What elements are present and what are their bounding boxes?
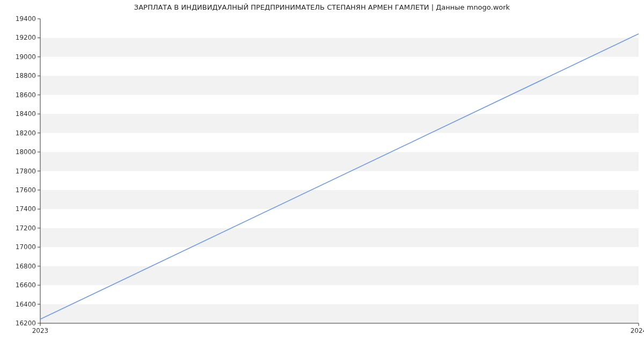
y-tick-label: 17600 bbox=[16, 186, 36, 194]
y-tick-label: 16600 bbox=[16, 281, 36, 289]
line-chart: 1620016400166001680017000172001740017600… bbox=[0, 0, 644, 349]
y-tick-label: 16200 bbox=[16, 319, 36, 327]
svg-rect-7 bbox=[40, 76, 639, 94]
y-tick-label: 16400 bbox=[16, 301, 36, 308]
y-tick-label: 18000 bbox=[16, 148, 36, 156]
y-tick-label: 19200 bbox=[16, 34, 36, 41]
y-tick-label: 19000 bbox=[16, 53, 36, 61]
svg-rect-6 bbox=[40, 114, 639, 133]
x-tick-label: 2024 bbox=[631, 327, 644, 335]
y-tick-label: 17000 bbox=[16, 243, 36, 251]
y-tick-label: 16800 bbox=[16, 263, 36, 270]
svg-rect-1 bbox=[40, 304, 639, 323]
svg-rect-5 bbox=[40, 152, 639, 171]
y-tick-label: 17200 bbox=[16, 224, 36, 232]
y-tick-label: 19400 bbox=[16, 15, 36, 23]
chart-container: ЗАРПЛАТА В ИНДИВИДУАЛНЫЙ ПРЕДПРИНИМАТЕЛЬ… bbox=[0, 0, 644, 349]
svg-rect-3 bbox=[40, 228, 639, 247]
y-tick-label: 18400 bbox=[16, 110, 36, 118]
y-tick-label: 17800 bbox=[16, 168, 36, 175]
svg-rect-4 bbox=[40, 190, 639, 209]
y-tick-label: 18200 bbox=[16, 129, 36, 137]
y-tick-label: 18800 bbox=[16, 72, 36, 79]
svg-rect-2 bbox=[40, 266, 639, 285]
x-tick-label: 2023 bbox=[32, 327, 49, 335]
svg-rect-8 bbox=[40, 38, 639, 56]
y-tick-label: 17400 bbox=[16, 205, 36, 213]
y-tick-label: 18600 bbox=[16, 91, 36, 99]
